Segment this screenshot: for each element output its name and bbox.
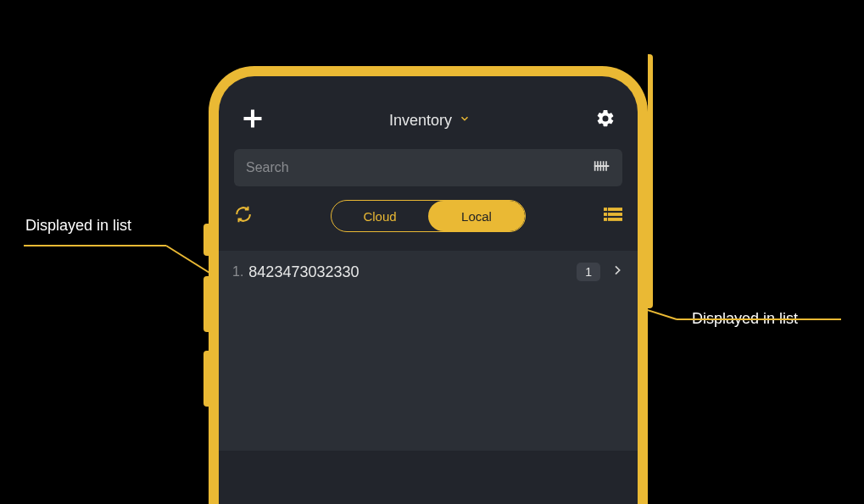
phone-frame: Inventory <box>209 66 648 504</box>
phone-screen: Inventory <box>219 76 638 504</box>
svg-rect-16 <box>604 219 607 221</box>
search-bar <box>234 149 622 186</box>
item-qty-badge: 1 <box>577 263 600 281</box>
segment-local[interactable]: Local <box>428 201 525 231</box>
list-area: 1. 8423473032330 1 <box>219 251 638 451</box>
page-title: Inventory <box>389 112 452 130</box>
cloud-local-toggle: Cloud Local <box>331 200 526 232</box>
add-button[interactable] <box>241 107 265 134</box>
filter-row: Cloud Local <box>234 200 622 232</box>
barcode-icon[interactable] <box>594 159 610 176</box>
item-code: 8423473032330 <box>248 263 571 281</box>
chevron-right-icon <box>605 263 624 280</box>
svg-rect-14 <box>604 213 607 216</box>
settings-button[interactable] <box>595 108 616 132</box>
title-dropdown[interactable]: Inventory <box>389 112 471 130</box>
phone-side-button <box>648 54 653 308</box>
phone-side-button <box>203 351 209 407</box>
svg-rect-12 <box>604 208 607 211</box>
sync-icon[interactable] <box>234 205 253 227</box>
chevron-down-icon <box>459 113 471 128</box>
svg-rect-15 <box>609 213 623 216</box>
segment-cloud[interactable]: Cloud <box>332 201 428 231</box>
annotation-left: Displayed in list <box>25 217 131 235</box>
phone-side-button <box>203 224 209 256</box>
search-input[interactable] <box>246 160 594 175</box>
svg-rect-13 <box>609 208 623 211</box>
svg-rect-17 <box>609 219 623 221</box>
list-item[interactable]: 1. 8423473032330 1 <box>232 263 624 281</box>
list-view-icon[interactable] <box>604 207 622 225</box>
item-index: 1. <box>232 264 243 280</box>
app-header: Inventory <box>219 76 638 149</box>
phone-side-button <box>203 276 209 332</box>
